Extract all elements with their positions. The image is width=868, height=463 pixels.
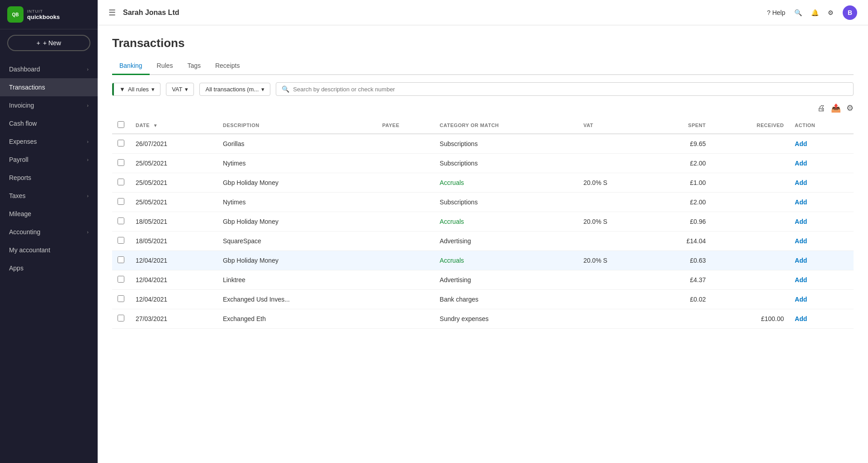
row-payee bbox=[377, 270, 434, 290]
row-vat: 20.0% S bbox=[578, 251, 649, 270]
category-link[interactable]: Accruals bbox=[440, 257, 464, 264]
sidebar-item-payroll[interactable]: Payroll › bbox=[0, 151, 98, 169]
row-checkbox[interactable] bbox=[118, 159, 124, 166]
tab-rules[interactable]: Rules bbox=[150, 57, 180, 75]
page-content: Transactions BankingRulesTagsReceipts ▼ … bbox=[98, 25, 868, 463]
add-button[interactable]: Add bbox=[795, 160, 807, 167]
add-button[interactable]: Add bbox=[795, 198, 807, 206]
row-spent: £9.65 bbox=[649, 134, 711, 154]
add-button[interactable]: Add bbox=[795, 276, 807, 283]
vat-filter[interactable]: VAT ▾ bbox=[166, 83, 194, 96]
all-rules-filter[interactable]: ▼ All rules ▾ bbox=[112, 83, 160, 96]
sidebar-item-apps[interactable]: Apps bbox=[0, 259, 98, 277]
tab-tags[interactable]: Tags bbox=[180, 57, 208, 75]
row-checkbox[interactable] bbox=[118, 179, 124, 185]
sidebar-item-reports[interactable]: Reports bbox=[0, 169, 98, 187]
row-date: 18/05/2021 bbox=[130, 212, 217, 232]
chevron-icon-payroll: › bbox=[87, 157, 89, 162]
tabs-bar: BankingRulesTagsReceipts bbox=[112, 57, 854, 75]
row-date: 25/05/2021 bbox=[130, 173, 217, 193]
row-payee bbox=[377, 251, 434, 270]
table-settings-icon[interactable]: ⚙ bbox=[846, 103, 854, 113]
all-rules-label: All rules bbox=[128, 86, 149, 93]
row-checkbox[interactable] bbox=[118, 315, 124, 321]
sidebar-item-my-accountant[interactable]: My accountant bbox=[0, 241, 98, 259]
tab-receipts[interactable]: Receipts bbox=[208, 57, 247, 75]
table-actions: 🖨 📤 ⚙ bbox=[112, 103, 854, 113]
select-all-checkbox[interactable] bbox=[118, 121, 124, 128]
new-button-label: + New bbox=[43, 39, 61, 47]
row-received bbox=[711, 270, 789, 290]
notifications-button[interactable]: 🔔 bbox=[811, 9, 819, 16]
row-checkbox-cell bbox=[112, 212, 130, 232]
date-header[interactable]: DATE ▼ bbox=[130, 117, 217, 134]
sidebar-item-invoicing[interactable]: Invoicing › bbox=[0, 96, 98, 114]
sidebar-item-expenses[interactable]: Expenses › bbox=[0, 132, 98, 151]
row-vat: 20.0% S bbox=[578, 212, 649, 232]
filters-row: ▼ All rules ▾ VAT ▾ All transactions (m.… bbox=[112, 82, 854, 96]
row-description: Linktree bbox=[217, 270, 377, 290]
sidebar-item-dashboard[interactable]: Dashboard › bbox=[0, 60, 98, 78]
row-date: 26/07/2021 bbox=[130, 134, 217, 154]
row-description: Exchanged Usd Inves... bbox=[217, 290, 377, 309]
category-text: Subscriptions bbox=[440, 160, 478, 167]
sidebar-item-cashflow[interactable]: Cash flow bbox=[0, 114, 98, 132]
row-vat bbox=[578, 134, 649, 154]
sidebar-item-mileage[interactable]: Mileage bbox=[0, 205, 98, 223]
row-category: Accruals bbox=[434, 173, 578, 193]
search-button[interactable]: 🔍 bbox=[794, 9, 802, 16]
help-button[interactable]: ? Help bbox=[767, 9, 785, 16]
row-checkbox[interactable] bbox=[118, 237, 124, 244]
row-checkbox[interactable] bbox=[118, 217, 124, 224]
row-spent: £2.00 bbox=[649, 154, 711, 173]
row-date: 12/04/2021 bbox=[130, 251, 217, 270]
row-received bbox=[711, 232, 789, 251]
row-checkbox[interactable] bbox=[118, 140, 124, 146]
user-avatar[interactable]: B bbox=[843, 5, 857, 20]
sidebar-item-transactions[interactable]: Transactions bbox=[0, 78, 98, 96]
row-payee bbox=[377, 212, 434, 232]
export-icon[interactable]: 📤 bbox=[831, 103, 841, 113]
add-button[interactable]: Add bbox=[795, 315, 807, 322]
sidebar-logo: QB intuit quickbooks bbox=[0, 0, 98, 29]
row-checkbox[interactable] bbox=[118, 256, 124, 263]
category-link[interactable]: Accruals bbox=[440, 179, 464, 186]
add-button[interactable]: Add bbox=[795, 237, 807, 245]
category-text: Subscriptions bbox=[440, 198, 478, 206]
transactions-filter[interactable]: All transactions (m... ▾ bbox=[199, 83, 270, 96]
row-payee bbox=[377, 232, 434, 251]
add-button[interactable]: Add bbox=[795, 218, 807, 225]
chevron-icon-accounting: › bbox=[87, 229, 89, 235]
add-button[interactable]: Add bbox=[795, 257, 807, 264]
add-button[interactable]: Add bbox=[795, 296, 807, 303]
brand-name: intuit quickbooks bbox=[27, 9, 60, 20]
category-text: Subscriptions bbox=[440, 140, 478, 147]
row-spent: £4.37 bbox=[649, 270, 711, 290]
settings-button[interactable]: ⚙ bbox=[828, 9, 834, 16]
company-name: Sarah Jonas Ltd bbox=[123, 9, 760, 17]
category-link[interactable]: Accruals bbox=[440, 218, 464, 225]
row-checkbox-cell bbox=[112, 193, 130, 212]
row-checkbox[interactable] bbox=[118, 295, 124, 302]
row-category: Subscriptions bbox=[434, 154, 578, 173]
sidebar-item-accounting[interactable]: Accounting › bbox=[0, 223, 98, 241]
add-button[interactable]: Add bbox=[795, 140, 807, 147]
chevron-icon-taxes: › bbox=[87, 193, 89, 198]
hamburger-menu-icon[interactable]: ☰ bbox=[108, 8, 116, 18]
sidebar-item-label-payroll: Payroll bbox=[9, 156, 28, 163]
row-description: SquareSpace bbox=[217, 232, 377, 251]
sidebar-nav: Dashboard › Transactions Invoicing › Cas… bbox=[0, 57, 98, 463]
add-button[interactable]: Add bbox=[795, 179, 807, 186]
table-header: DATE ▼ DESCRIPTION PAYEE CATEGORY OR MAT… bbox=[112, 117, 854, 134]
row-category: Subscriptions bbox=[434, 193, 578, 212]
new-button[interactable]: + + New bbox=[7, 35, 90, 51]
row-checkbox[interactable] bbox=[118, 276, 124, 283]
sidebar-item-taxes[interactable]: Taxes › bbox=[0, 187, 98, 205]
print-icon[interactable]: 🖨 bbox=[817, 104, 826, 113]
row-vat bbox=[578, 193, 649, 212]
row-vat bbox=[578, 309, 649, 329]
row-checkbox[interactable] bbox=[118, 198, 124, 205]
search-input[interactable] bbox=[293, 86, 848, 93]
tab-banking[interactable]: Banking bbox=[112, 57, 150, 75]
main-content: ☰ Sarah Jonas Ltd ? Help 🔍 🔔 ⚙ B Transac… bbox=[98, 0, 868, 463]
